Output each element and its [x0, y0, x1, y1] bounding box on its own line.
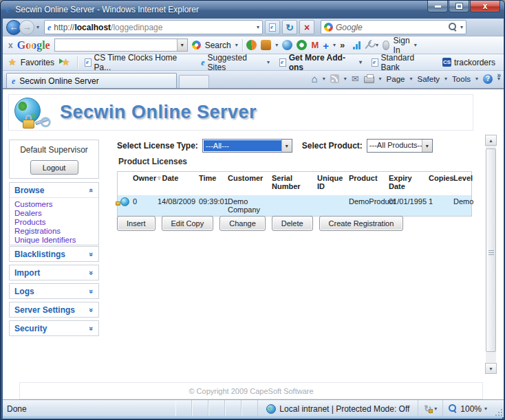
resize-grip[interactable] [494, 408, 502, 416]
security-zone[interactable]: Local intranet | Protected Mode: Off [258, 400, 418, 417]
chevron-down-icon[interactable]: ▾ [414, 42, 417, 48]
chevron-down-icon[interactable]: ▾ [281, 140, 292, 152]
smartscreen-button[interactable]: ↻ ▾ [418, 400, 443, 417]
expand-chevron-icon[interactable]: » [87, 270, 96, 274]
search-icon[interactable] [449, 23, 458, 32]
favorites-button[interactable]: Favorites [21, 58, 54, 67]
bookmarks-icon[interactable] [261, 40, 271, 50]
page-menu[interactable]: Page [387, 75, 405, 83]
change-button[interactable]: Change [219, 216, 266, 231]
chevron-down-icon[interactable]: ▾ [379, 76, 382, 82]
chevron-down-icon[interactable]: ▾ [344, 76, 347, 82]
close-button[interactable]: x [470, 1, 500, 12]
tab-secwin-online-server[interactable]: e Secwin Online Server [6, 73, 177, 88]
search-input[interactable] [336, 23, 446, 32]
license-type-select[interactable]: ---All--- ▾ [202, 139, 292, 153]
expand-chevron-icon[interactable]: » [87, 252, 96, 256]
tools-menu[interactable]: Tools [452, 75, 471, 83]
compatibility-view-button[interactable] [265, 20, 280, 34]
expand-chevron-icon[interactable]: » [87, 326, 96, 330]
toolbar-search-button[interactable]: Search [205, 41, 231, 50]
chevron-down-icon[interactable]: ▾ [323, 76, 325, 82]
toolbar-search-field[interactable]: ▾ [54, 38, 188, 52]
column-header-owner[interactable]: Owner [131, 172, 156, 195]
column-header-customer[interactable]: Customer [226, 172, 270, 195]
favorite-item[interactable]: e Suggested Sites ▾ [198, 52, 272, 74]
add-gadget-icon[interactable]: + [323, 40, 329, 50]
chevron-down-icon[interactable]: ▾ [376, 42, 378, 48]
minimize-button[interactable] [427, 1, 448, 12]
sidewiki-icon[interactable] [297, 40, 307, 50]
table-row[interactable]: 0 14/08/2009 09:39:01 Demo Company DemoP… [118, 195, 471, 216]
history-dropdown-icon[interactable]: ▾ [36, 24, 39, 30]
maximize-button[interactable] [449, 1, 469, 12]
favorite-item[interactable]: Get More Add-ons ▾ [277, 52, 365, 74]
sidebar-section-import[interactable]: Import» [9, 265, 99, 280]
insert-button[interactable]: Insert [117, 216, 155, 231]
column-header-expiry-date[interactable]: Expiry Date [387, 172, 427, 195]
chevron-down-icon[interactable]: ▾ [235, 42, 238, 48]
mail-icon[interactable]: ✉ [352, 74, 359, 84]
settings-wrench-icon[interactable] [365, 41, 372, 48]
column-header-serial-number[interactable]: Serial Number [270, 172, 316, 195]
print-icon[interactable] [364, 76, 374, 83]
toolbar-search-input[interactable] [55, 39, 177, 51]
sidebar-item-products[interactable]: Products [14, 218, 98, 227]
favorite-item[interactable]: Standard Bank [369, 52, 436, 74]
zoom-control[interactable]: 100% ▾ [443, 400, 494, 417]
stop-button[interactable]: × [299, 20, 314, 34]
chevron-down-icon[interactable]: ▾ [409, 76, 412, 82]
edit-copy-button[interactable]: Edit Copy [162, 216, 214, 231]
scrollbar-track[interactable] [486, 146, 496, 363]
rss-feed-icon[interactable] [330, 74, 339, 83]
favorite-item[interactable]: CS Time Clocks Home Pa... [82, 52, 194, 74]
column-header-copies[interactable]: Copies [427, 172, 452, 195]
collapse-chevron-icon[interactable]: « [87, 188, 96, 192]
overflow-chevron-icon[interactable]: » [340, 40, 345, 50]
column-header-unique-id[interactable]: Unique ID [316, 172, 347, 195]
scroll-up-arrow[interactable]: ▲ [485, 135, 497, 146]
earth-icon[interactable] [282, 40, 292, 50]
address-field[interactable]: e http://localhost/loggedinpage ▾ [44, 20, 263, 34]
sidebar-item-unique-identifiers[interactable]: Unique Identifiers [14, 236, 98, 245]
sidebar-section-server-settings[interactable]: Server Settings» [9, 302, 99, 318]
sidebar-section-security[interactable]: Security» [9, 320, 99, 336]
scroll-down-arrow[interactable]: ▼ [485, 363, 497, 374]
sidebar-item-registrations[interactable]: Registrations [14, 227, 98, 236]
refresh-button[interactable]: ↻ [282, 20, 297, 34]
sidebar-section-logs[interactable]: Logs» [9, 283, 99, 299]
new-tab-button[interactable] [179, 75, 209, 88]
chevron-down-icon[interactable]: ▾ [444, 76, 447, 82]
logout-button[interactable]: Logout [30, 160, 78, 175]
vertical-scrollbar[interactable]: ▲ ▼ [485, 135, 497, 374]
expand-chevron-icon[interactable]: » [87, 307, 96, 311]
forward-button[interactable]: → [19, 20, 34, 35]
sidebar-section-blacklistings[interactable]: Blacklistings» [9, 246, 99, 262]
address-dropdown-icon[interactable]: ▾ [257, 24, 259, 30]
chevron-down-icon[interactable]: ▾ [475, 76, 478, 82]
sidebar-section-browse[interactable]: Browse « [10, 183, 98, 198]
scrollbar-thumb[interactable] [486, 148, 496, 352]
column-header-time[interactable]: Time [197, 172, 226, 195]
create-registration-button[interactable]: Create Registration [319, 216, 404, 231]
chevron-down-icon[interactable]: ▾ [422, 140, 432, 152]
favorite-item[interactable]: CS trackorders [440, 56, 498, 69]
connection-icon[interactable] [353, 41, 361, 49]
toolbar-close-icon[interactable]: x [8, 41, 13, 50]
column-header-product[interactable]: Product [347, 172, 387, 195]
column-header-level[interactable]: Level [452, 172, 473, 195]
chevron-down-icon[interactable]: ▾ [275, 42, 278, 48]
chevron-down-icon[interactable]: ▾ [177, 39, 187, 51]
gmail-icon[interactable]: M [311, 40, 319, 50]
add-favorite-button[interactable]: ★ [58, 56, 73, 69]
product-select[interactable]: ---All Products--- ▾ [367, 139, 433, 153]
safety-menu[interactable]: Safety [417, 75, 440, 83]
column-header-date[interactable]: ▿Date [156, 172, 197, 195]
home-icon[interactable]: ⌂ [312, 74, 318, 84]
overflow-chevron-icon[interactable]: » [497, 71, 501, 79]
search-dropdown-icon[interactable]: ▾ [460, 24, 463, 30]
delete-button[interactable]: Delete [272, 216, 313, 231]
share-icon[interactable] [246, 40, 257, 50]
search-box[interactable]: ▾ [321, 20, 466, 34]
help-icon[interactable]: ? [483, 74, 493, 84]
